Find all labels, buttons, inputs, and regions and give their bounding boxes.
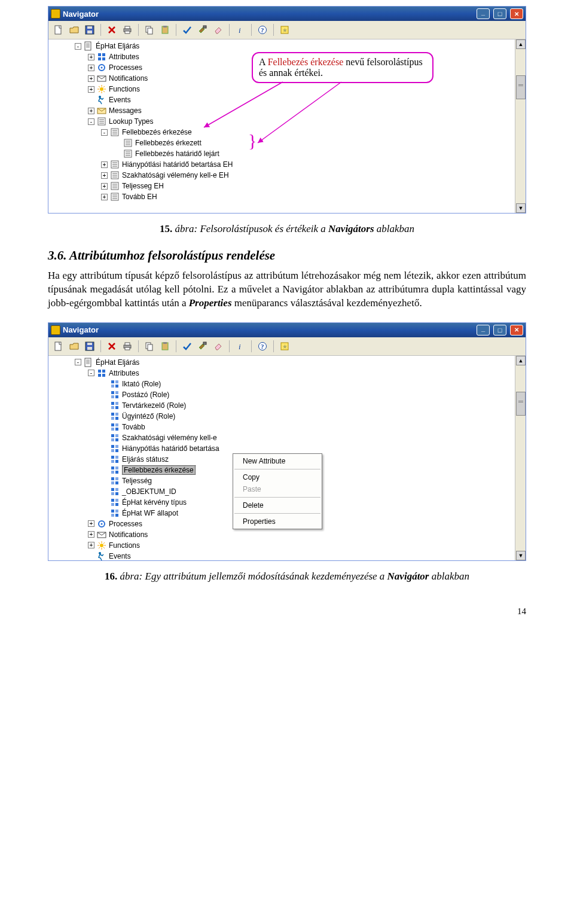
tree-label[interactable]: Szakhatósági vélemény kell-e <box>122 434 217 442</box>
eraser-icon[interactable] <box>212 340 225 353</box>
tree-label[interactable]: Messages <box>109 106 142 115</box>
menu-item-delete[interactable]: Delete <box>233 499 322 511</box>
tree-label[interactable]: Postázó (Role) <box>122 391 169 399</box>
menu-item-copy[interactable]: Copy <box>233 471 322 483</box>
close-button[interactable] <box>510 8 523 19</box>
tree-label[interactable]: Attributes <box>109 369 139 377</box>
help-icon[interactable]: ? <box>256 23 269 36</box>
tree-node[interactable]: Events <box>48 551 515 562</box>
tree-label[interactable]: Fellebbezés érkezett <box>135 139 201 147</box>
expand-icon[interactable]: + <box>88 531 94 538</box>
tree-label[interactable]: Functions <box>109 85 140 93</box>
tree-label[interactable]: Eljárás státusz <box>122 455 169 463</box>
tree-label[interactable]: Fellebbezés érkezése <box>122 128 192 136</box>
tree-label[interactable]: Teljesség <box>122 477 152 485</box>
italic-icon[interactable]: i <box>234 23 247 36</box>
tree-label[interactable]: Events <box>109 96 131 104</box>
tree-label[interactable]: Tovább <box>122 423 145 431</box>
scroll-up-button[interactable]: ▲ <box>516 39 526 49</box>
open-icon[interactable] <box>68 340 81 353</box>
scrollbar[interactable]: ▲ ▼ <box>515 39 526 213</box>
tree-label[interactable]: Tervtárkezelő (Role) <box>122 401 186 410</box>
tree-label[interactable]: Processes <box>109 520 142 528</box>
expand-icon[interactable]: + <box>88 520 94 527</box>
tree-node[interactable]: -Fellebbezés érkezése <box>48 127 515 138</box>
titlebar[interactable]: Navigator <box>48 323 526 337</box>
tree-label[interactable]: Lookup Types <box>109 117 154 126</box>
hammer-icon[interactable] <box>196 23 209 36</box>
tree-label[interactable]: Functions <box>109 541 140 550</box>
hammer-icon[interactable] <box>196 340 209 353</box>
copy-icon[interactable] <box>143 23 156 36</box>
tree-label[interactable]: ÉpHat Eljárás <box>96 358 139 367</box>
collapse-icon[interactable]: - <box>88 370 94 376</box>
paste-icon[interactable] <box>158 340 172 353</box>
tree-label[interactable]: Events <box>109 552 131 560</box>
tree-node[interactable]: +Hiánypótlási határidő betartása EH <box>48 159 515 170</box>
tree-label[interactable]: Notifications <box>109 530 148 539</box>
expand-icon[interactable]: + <box>88 86 94 93</box>
tree-node[interactable]: +Notifications <box>48 529 515 540</box>
tree-node[interactable]: Tervtárkezelő (Role) <box>48 400 515 411</box>
maximize-button[interactable] <box>493 8 506 19</box>
star-icon[interactable]: ★ <box>278 23 291 36</box>
tree-node[interactable]: Fellebbezés érkezett <box>48 138 515 148</box>
collapse-icon[interactable]: - <box>75 43 81 50</box>
tree-node[interactable]: Fellebbezés határidő lejárt <box>48 148 515 159</box>
save-icon[interactable] <box>83 340 96 353</box>
tree-label[interactable]: Iktató (Role) <box>122 380 161 388</box>
scroll-up-button[interactable]: ▲ <box>516 356 526 365</box>
expand-icon[interactable]: + <box>88 542 94 548</box>
tree-label[interactable]: Fellebbezés érkezése <box>122 465 196 475</box>
tree-node[interactable]: Hiánypótlás határidő betartása <box>48 443 515 454</box>
titlebar[interactable]: Navigator <box>48 7 526 21</box>
minimize-button[interactable] <box>477 8 490 19</box>
tree-label[interactable]: Teljesseg EH <box>122 182 164 190</box>
italic-icon[interactable]: i <box>234 340 247 353</box>
tree-node[interactable]: -Attributes <box>48 368 515 379</box>
collapse-icon[interactable]: - <box>101 129 108 136</box>
collapse-icon[interactable]: - <box>75 359 81 365</box>
context-menu[interactable]: New Attribute Copy Paste Delete Properti… <box>233 453 322 529</box>
new-icon[interactable] <box>52 340 65 353</box>
tree-label[interactable]: Fellebbezés határidő lejárt <box>135 150 219 158</box>
tree-label[interactable]: Hiánypótlás határidő betartása <box>122 444 219 453</box>
check-icon[interactable] <box>181 340 194 353</box>
print-icon[interactable] <box>121 23 134 36</box>
expand-icon[interactable]: + <box>88 65 94 71</box>
open-icon[interactable] <box>68 23 81 36</box>
new-icon[interactable] <box>52 23 65 36</box>
scroll-down-button[interactable]: ▼ <box>516 551 526 560</box>
tree-label[interactable]: Tovább EH <box>122 193 157 201</box>
tree-node[interactable]: -ÉpHat Eljárás <box>48 357 515 368</box>
tree-node[interactable]: Szakhatósági vélemény kell-e <box>48 432 515 443</box>
print-icon[interactable] <box>121 340 134 353</box>
tree-node[interactable]: Ügyintéző (Role) <box>48 411 515 422</box>
expand-icon[interactable]: + <box>101 161 108 168</box>
tree-node[interactable]: -ÉpHat Eljárás <box>48 41 515 51</box>
tree-label[interactable]: ÉpHat kérvény típus <box>122 498 187 507</box>
close-button[interactable] <box>510 325 523 336</box>
delete-icon[interactable] <box>105 23 118 36</box>
tree-label[interactable]: Attributes <box>109 53 139 61</box>
tree-node[interactable]: +Tovább EH <box>48 191 515 202</box>
tree-label[interactable]: Processes <box>109 63 142 72</box>
menu-item-properties[interactable]: Properties <box>233 516 322 527</box>
expand-icon[interactable]: + <box>88 54 94 60</box>
expand-icon[interactable]: + <box>101 172 108 179</box>
tree-label[interactable]: Hiánypótlási határidő betartása EH <box>122 160 233 169</box>
tree-node[interactable]: +Teljesseg EH <box>48 181 515 191</box>
expand-icon[interactable]: + <box>88 108 94 114</box>
delete-icon[interactable] <box>105 340 118 353</box>
star-icon[interactable]: ★ <box>278 340 291 353</box>
scrollbar[interactable]: ▲ ▼ <box>515 356 526 560</box>
tree-node[interactable]: Postázó (Role) <box>48 389 515 400</box>
minimize-button[interactable] <box>477 325 490 336</box>
tree-node[interactable]: Tovább <box>48 422 515 432</box>
help-icon[interactable]: ? <box>256 340 269 353</box>
tree-label[interactable]: ÉpHat Eljárás <box>96 42 139 50</box>
tree-label[interactable]: Notifications <box>109 74 148 83</box>
copy-icon[interactable] <box>143 340 156 353</box>
scroll-thumb[interactable] <box>516 75 526 99</box>
tree-label[interactable]: ÉpHat WF állapot <box>122 509 178 517</box>
